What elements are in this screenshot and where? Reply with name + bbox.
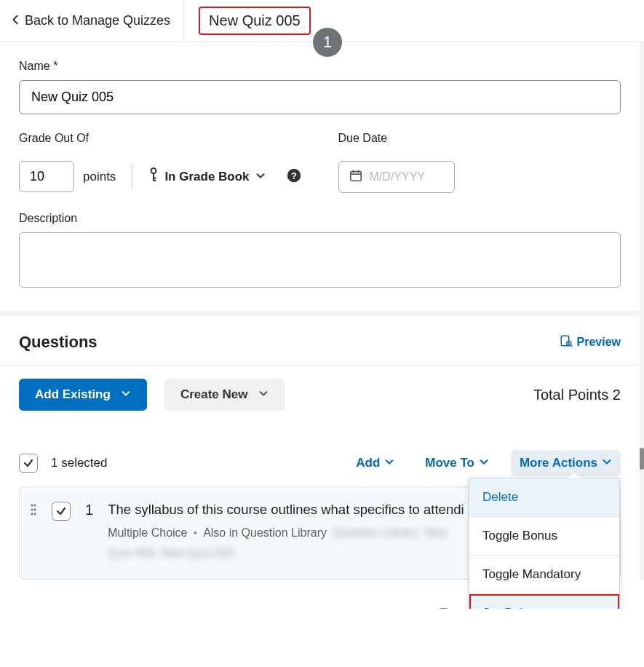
question-also-in: Also in Question Library [203, 526, 327, 540]
redacted-text: Question Library: New [333, 526, 448, 540]
svg-rect-7 [561, 336, 569, 346]
button-group: Add Existing Create New [19, 379, 285, 411]
chevron-down-icon [121, 387, 131, 402]
more-actions-label: More Actions [520, 456, 597, 470]
move-to-dropdown[interactable]: Move To [416, 450, 498, 476]
page-title: New Quiz 005 [199, 7, 311, 35]
total-points: Total Points 2 [533, 387, 621, 403]
name-label: Name [19, 60, 621, 73]
name-input[interactable] [19, 80, 621, 114]
description-area: Description [19, 212, 621, 291]
chevron-down-icon [384, 456, 394, 470]
question-actions-row: Add Existing Create New Total Points 2 [0, 366, 640, 443]
scrollbar[interactable] [640, 448, 644, 470]
selected-count: 1 selected [51, 456, 108, 470]
meta-separator: • [194, 526, 198, 540]
svg-line-9 [571, 345, 572, 347]
annotation-badge-1: 1 [313, 28, 342, 57]
description-label: Description [19, 212, 621, 225]
chevron-down-icon [479, 456, 489, 470]
menu-item-delete[interactable]: Delete [469, 478, 619, 517]
calendar-icon [349, 169, 362, 185]
form-area: Name Grade Out Of points In Grade Book [0, 42, 640, 311]
chevron-down-icon [602, 456, 612, 470]
svg-point-15 [34, 513, 36, 516]
select-all-checkbox[interactable] [19, 454, 38, 473]
points-word: points [83, 170, 116, 184]
vertical-separator [132, 165, 132, 189]
svg-point-13 [34, 509, 36, 511]
due-date-input[interactable]: M/D/YYYY [338, 161, 455, 193]
preview-label: Preview [577, 336, 621, 349]
grade-column: Grade Out Of points In Grade Book [19, 132, 302, 193]
add-dropdown[interactable]: Add [347, 450, 403, 476]
questions-header: Questions Preview [0, 311, 640, 366]
svg-point-10 [31, 505, 33, 507]
chevron-down-icon [255, 170, 266, 184]
grade-inputs: points In Grade Book ? [19, 161, 302, 192]
more-actions-dropdown[interactable]: More Actions [511, 450, 621, 476]
annotation-badge-2: 2 [429, 608, 458, 609]
back-to-manage-link[interactable]: Back to Manage Quizzes [0, 0, 184, 42]
create-new-label: Create New [180, 387, 248, 402]
svg-rect-3 [350, 172, 360, 181]
move-to-label: Move To [425, 456, 474, 470]
drag-handle-icon[interactable] [30, 500, 37, 560]
menu-item-toggle-mandatory[interactable]: Toggle Mandatory [469, 556, 619, 594]
chevron-down-icon [258, 387, 269, 402]
grade-label: Grade Out Of [19, 132, 302, 145]
menu-item-set-points[interactable]: Set Points [469, 594, 619, 609]
selection-left: 1 selected [19, 454, 108, 473]
chevron-left-icon [10, 13, 20, 28]
svg-point-12 [31, 509, 33, 511]
grade-out-of-input[interactable] [19, 161, 74, 192]
grade-due-row: Grade Out Of points In Grade Book [19, 132, 621, 193]
redacted-text: Quiz 006, New Quiz 003 [108, 547, 234, 560]
create-new-button[interactable]: Create New [164, 379, 285, 411]
dropdown-arrow-icon [568, 473, 580, 478]
add-label: Add [356, 456, 380, 470]
svg-point-0 [151, 168, 156, 173]
preview-link[interactable]: Preview [560, 334, 621, 350]
svg-point-11 [34, 505, 36, 507]
page-title-wrap: New Quiz 005 [184, 7, 325, 35]
key-icon [148, 167, 159, 186]
questions-heading: Questions [19, 333, 98, 352]
description-textarea[interactable] [19, 232, 621, 288]
question-number: 1 [85, 500, 93, 560]
menu-item-toggle-bonus[interactable]: Toggle Bonus [469, 517, 619, 556]
more-actions-menu: Delete Toggle Bonus Toggle Mandatory Set… [469, 478, 620, 609]
add-existing-button[interactable]: Add Existing [19, 379, 147, 411]
help-icon[interactable]: ? [286, 167, 302, 186]
add-existing-label: Add Existing [35, 387, 111, 402]
due-date-column: Due Date M/D/YYYY [338, 132, 455, 193]
svg-point-14 [31, 513, 33, 516]
question-type: Multiple Choice [108, 526, 187, 540]
gradebook-label: In Grade Book [164, 170, 249, 184]
in-gradebook-dropdown[interactable]: In Grade Book [148, 167, 265, 186]
preview-icon [560, 334, 573, 350]
due-date-placeholder: M/D/YYYY [370, 170, 425, 183]
back-label: Back to Manage Quizzes [25, 13, 170, 28]
question-checkbox[interactable] [52, 502, 71, 521]
due-date-label: Due Date [338, 132, 455, 145]
svg-text:?: ? [291, 170, 297, 181]
